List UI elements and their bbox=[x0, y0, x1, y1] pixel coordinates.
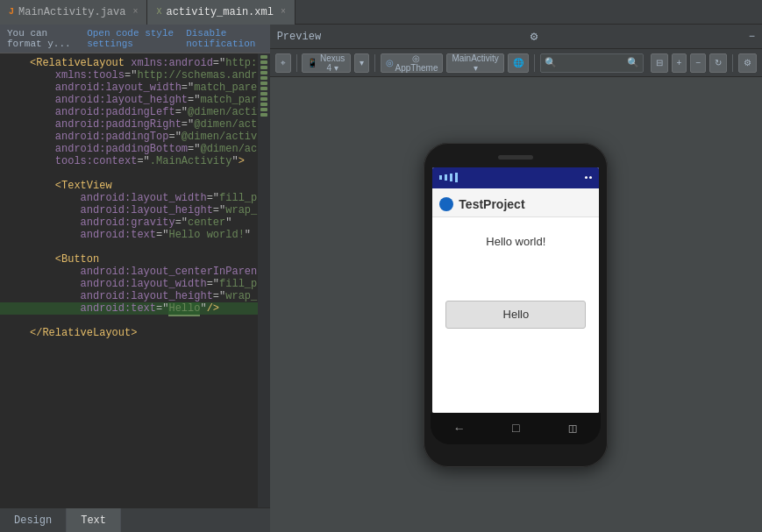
preview-locale-btn[interactable]: 🌐 bbox=[508, 53, 529, 73]
hello-button: Hello bbox=[445, 301, 586, 329]
java-icon: J bbox=[9, 7, 14, 17]
code-line-10 bbox=[0, 167, 258, 180]
code-line-23: </RelativeLayout> bbox=[0, 327, 258, 339]
nexus-icon: 📱 bbox=[307, 58, 317, 67]
disable-notification-link[interactable]: Disable notification bbox=[186, 28, 263, 49]
code-line-13: android:layout_height="wrap_content" bbox=[0, 204, 258, 216]
theme-icon: ◎ bbox=[386, 58, 394, 67]
code-line-17: <Button bbox=[0, 253, 258, 266]
code-area: <RelativeLayout xmlns:android="http://sc… bbox=[0, 53, 270, 507]
code-line-4: android:layout_height="match_parent" bbox=[0, 94, 258, 106]
nav-back-btn[interactable]: ← bbox=[455, 422, 462, 436]
preview-refresh-btn[interactable]: ↻ bbox=[709, 53, 727, 73]
signal-bars bbox=[439, 173, 458, 182]
phone-device: TestProject Hello world! Hello ← □ ◫ bbox=[424, 143, 608, 467]
phone-speaker bbox=[498, 155, 533, 160]
preview-title: Preview bbox=[277, 31, 321, 43]
code-line-15: android:text="Hello world!" /> bbox=[0, 229, 258, 241]
code-line-11: <TextView bbox=[0, 180, 258, 192]
preview-activity-btn[interactable]: MainActivity ▾ bbox=[446, 53, 503, 73]
phone-body: Hello world! Hello bbox=[432, 217, 599, 413]
code-line-14: android:gravity="center" bbox=[0, 216, 258, 229]
battery-dot bbox=[585, 176, 588, 179]
xml-icon: X bbox=[156, 7, 161, 17]
preview-nexus-btn[interactable]: 📱 Nexus 4 ▾ bbox=[302, 53, 350, 73]
hello-world-text: Hello world! bbox=[486, 235, 545, 248]
bottom-tabs: Design Text bbox=[0, 507, 270, 532]
open-code-style-link[interactable]: Open code style settings bbox=[87, 28, 179, 49]
activity-label: MainActivity ▾ bbox=[452, 53, 498, 73]
preview-minus-icon[interactable]: − bbox=[749, 31, 755, 43]
notification-bar: You can format y... Open code style sett… bbox=[0, 25, 270, 53]
preview-settings-btn[interactable]: ⚙ bbox=[738, 53, 757, 73]
tab-main-java[interactable]: J MainActivity.java × bbox=[0, 0, 147, 25]
toolbar-separator-4 bbox=[732, 54, 733, 72]
code-line-12: android:layout_width="fill_parent" bbox=[0, 192, 258, 204]
nexus-label: Nexus 4 ▾ bbox=[319, 53, 345, 73]
phone-app-title: TestProject bbox=[432, 188, 599, 217]
tab-design-label: Design bbox=[14, 514, 52, 527]
signal-bar-4 bbox=[455, 173, 458, 182]
strip-dot bbox=[260, 71, 267, 74]
tab-activity-xml[interactable]: X activity_main.xml × bbox=[147, 0, 295, 25]
nav-home-btn[interactable]: □ bbox=[512, 422, 519, 436]
strip-dot bbox=[260, 103, 267, 106]
preview-panel: Preview ⚙ − ⌖ 📱 Nexus 4 ▾ ▾ ◎ ◎ AppTheme… bbox=[270, 25, 762, 532]
preview-zoom-fit-btn[interactable]: ⊟ bbox=[651, 53, 668, 73]
preview-zoom-out-btn[interactable]: − bbox=[690, 53, 706, 73]
strip-dot bbox=[260, 87, 267, 90]
nav-recents-btn[interactable]: ◫ bbox=[569, 421, 576, 436]
signal-bar-3 bbox=[450, 174, 452, 181]
editor-panel: You can format y... Open code style sett… bbox=[0, 25, 270, 532]
code-line-22 bbox=[0, 315, 258, 327]
preview-theme-btn[interactable]: ◎ ◎ AppTheme bbox=[381, 53, 444, 73]
code-line-8: android:paddingBottom="@dimen/activity_v… bbox=[0, 143, 258, 155]
preview-zoom-in-btn[interactable]: + bbox=[672, 53, 687, 73]
wifi-dot bbox=[589, 176, 592, 179]
code-line-2: xmlns:tools="http://schemas.android.com/… bbox=[0, 69, 258, 82]
strip-dot bbox=[260, 113, 267, 117]
preview-search-box[interactable]: 🔍 🔍 bbox=[540, 53, 644, 73]
preview-btn-cursor[interactable]: ⌖ bbox=[275, 53, 291, 73]
right-strip bbox=[258, 53, 270, 507]
preview-header: Preview ⚙ − bbox=[270, 25, 762, 49]
code-line-1: <RelativeLayout xmlns:android="http://sc… bbox=[0, 57, 258, 69]
signal-bar-1 bbox=[439, 175, 442, 180]
code-line-7: android:paddingTop="@dimen/activity_vert… bbox=[0, 131, 258, 143]
strip-dot bbox=[260, 76, 267, 80]
preview-orientation-btn[interactable]: ▾ bbox=[354, 53, 369, 73]
code-line-6: android:paddingRight="@dimen/activity_ho… bbox=[0, 118, 258, 131]
tab-java-close[interactable]: × bbox=[132, 7, 138, 17]
toolbar-separator-2 bbox=[374, 54, 375, 72]
phone-nav-bar: ← □ ◫ bbox=[431, 413, 601, 444]
strip-dot bbox=[260, 55, 267, 59]
tab-xml-label: activity_main.xml bbox=[166, 6, 273, 18]
search2-icon: 🔍 bbox=[627, 57, 639, 68]
phone-screen: TestProject Hello world! Hello bbox=[432, 167, 599, 413]
strip-dot bbox=[260, 60, 267, 64]
search-icon: 🔍 bbox=[545, 57, 557, 68]
code-line-21: android:text="Hello"/> bbox=[0, 302, 258, 315]
strip-dot bbox=[260, 82, 267, 85]
notification-text: You can format y... bbox=[7, 28, 80, 49]
tab-design[interactable]: Design bbox=[0, 508, 67, 533]
strip-dot bbox=[260, 108, 267, 111]
code-line-19: android:layout_width="fill_parent" bbox=[0, 278, 258, 290]
preview-search-input[interactable] bbox=[557, 58, 627, 68]
tab-text-label: Text bbox=[81, 514, 106, 527]
code-line-18: android:layout_centerInParent="true" bbox=[0, 266, 258, 278]
toolbar-separator-1 bbox=[296, 54, 297, 72]
code-content[interactable]: <RelativeLayout xmlns:android="http://sc… bbox=[0, 53, 258, 507]
code-line-16 bbox=[0, 241, 258, 253]
app-icon bbox=[439, 197, 453, 211]
app-title-text: TestProject bbox=[459, 197, 524, 211]
code-line-3: android:layout_width="match_parent" bbox=[0, 82, 258, 94]
theme-label: ◎ AppTheme bbox=[395, 53, 438, 73]
main-area: You can format y... Open code style sett… bbox=[0, 25, 762, 532]
tab-text[interactable]: Text bbox=[67, 508, 121, 533]
tab-xml-close[interactable]: × bbox=[281, 7, 286, 17]
preview-content: TestProject Hello world! Hello ← □ ◫ bbox=[270, 77, 762, 532]
preview-gear-icon[interactable]: ⚙ bbox=[531, 29, 538, 44]
code-line-5: android:paddingLeft="@dimen/activity_hor… bbox=[0, 106, 258, 118]
toolbar-separator-3 bbox=[534, 54, 535, 72]
